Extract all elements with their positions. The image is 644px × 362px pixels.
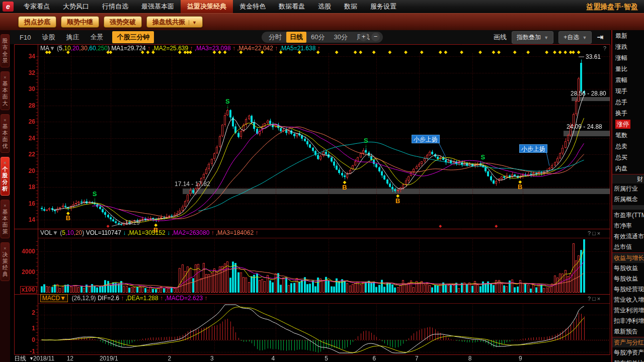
- chevron-down-icon: ▼: [544, 35, 548, 40]
- period-tab-2[interactable]: 60分: [306, 33, 329, 42]
- ma-indicator-header[interactable]: MA▼ (5,10,20,30,60,250) MA1=29.724 ↑ ,MA…: [40, 45, 320, 52]
- strategy-button-2[interactable]: 强势突破: [104, 16, 142, 28]
- period-tab-1[interactable]: 日线: [286, 32, 306, 43]
- menu-item-9[interactable]: 服务设置: [364, 0, 403, 13]
- close-icon[interactable]: ×: [1, 160, 9, 165]
- sidebar-tab-4[interactable]: ×基本面策: [1, 200, 10, 238]
- fund-field-18[interactable]: 股东权益比: [612, 358, 644, 362]
- fund-field-13[interactable]: 营业利润增长: [612, 305, 644, 316]
- indicator-segment: MA: [40, 45, 49, 52]
- chevron-down-icon[interactable]: ▼: [189, 20, 197, 25]
- quote-field-3[interactable]: 量比: [612, 63, 644, 74]
- quote-field-2[interactable]: 涨幅: [612, 52, 644, 63]
- sidebar-tab-0[interactable]: 股市全景: [1, 34, 10, 67]
- fund-field-9[interactable]: 每股收益: [612, 263, 644, 274]
- tab-label-char: 决: [1, 251, 9, 258]
- quote-field-8[interactable]: 涨停: [612, 119, 644, 130]
- zoom-controls: + −: [359, 33, 380, 41]
- help-icon[interactable]: ?: [588, 296, 592, 302]
- fund-field-4[interactable]: 市盈率(TTM): [612, 210, 644, 221]
- volume-indicator-header[interactable]: VOL▼ (5,10,20) VOL=110747 ↓ ,MA1=305152 …: [40, 229, 258, 236]
- period-tab-0[interactable]: 分时: [264, 33, 286, 42]
- menu-item-3[interactable]: 最强基本面: [135, 0, 181, 13]
- close-icon[interactable]: ×: [1, 75, 9, 80]
- sidebar-tab-3[interactable]: ×个股分析: [1, 157, 10, 196]
- fund-field-17[interactable]: 每股净资产: [612, 347, 644, 358]
- maximize-icon[interactable]: □: [592, 230, 597, 236]
- quote-field-0[interactable]: 最新: [612, 30, 644, 41]
- view-tab-3[interactable]: 全景: [85, 33, 109, 42]
- fund-field-14[interactable]: 扣非净利增: [612, 316, 644, 326]
- quote-field-1[interactable]: 涨跌: [612, 41, 644, 52]
- tab-label-char: 典: [1, 271, 9, 278]
- fund-field-11[interactable]: 每股经营现金: [612, 284, 644, 295]
- fund-field-6[interactable]: 有效流通市值: [612, 231, 644, 242]
- draw-line-button[interactable]: 画线: [494, 33, 507, 42]
- indicator-segment: ,MA4=22.042: [235, 45, 273, 52]
- volume-pane-icons[interactable]: ?□×: [588, 230, 602, 236]
- quote-field-12[interactable]: 内盘: [612, 163, 644, 174]
- menu-item-5[interactable]: 黄金特色: [233, 0, 272, 13]
- strategy-split-button[interactable]: 操盘线共振▼: [146, 16, 203, 28]
- indicator-segment: ,MA1=305152: [126, 229, 165, 236]
- quote-field-6[interactable]: 总手: [612, 97, 644, 108]
- zoom-out-button[interactable]: −: [371, 33, 380, 41]
- close-icon[interactable]: ×: [597, 296, 602, 302]
- fund-field-15[interactable]: 最新预告: [612, 326, 644, 337]
- fund-field-12[interactable]: 营业收入增长: [612, 295, 644, 305]
- close-icon[interactable]: ×: [597, 230, 602, 236]
- collapse-panel-icon[interactable]: ⇥: [597, 33, 603, 42]
- fund-field-5[interactable]: 市净率: [612, 221, 644, 231]
- menu-item-1[interactable]: 大势风口: [56, 0, 96, 13]
- zoom-in-button[interactable]: +: [359, 33, 368, 41]
- tab-label-char: 本: [1, 130, 9, 136]
- menu-item-2[interactable]: 行情自选: [96, 0, 135, 13]
- view-tab-4[interactable]: 个股三分钟: [112, 31, 154, 43]
- macd-pane-icons[interactable]: ?□×: [588, 296, 602, 302]
- sidebar-tab-5[interactable]: ×决策经典: [1, 242, 10, 281]
- menu-item-8[interactable]: 数据: [338, 0, 364, 13]
- quote-field-11[interactable]: 总买: [612, 152, 644, 163]
- close-icon[interactable]: ×: [1, 118, 9, 123]
- tab-label-char: 市: [1, 44, 9, 51]
- strategy-button-0[interactable]: 拐点抄底: [18, 16, 56, 28]
- indicator-segment: ,MA2=25.639: [150, 45, 188, 52]
- tab-label-char: 景: [1, 57, 9, 64]
- view-tab-1[interactable]: 诊股: [36, 33, 60, 42]
- strategy-button-1[interactable]: 顺势中继: [61, 16, 99, 28]
- sidebar-tab-2[interactable]: ×基本面优: [1, 114, 10, 153]
- app-logo-icon[interactable]: e: [3, 2, 14, 12]
- menu-item-7[interactable]: 选股: [311, 0, 338, 13]
- limit-up-badge: 涨停: [615, 120, 630, 129]
- fund-field-1[interactable]: 所属行业: [612, 184, 644, 194]
- quote-field-9[interactable]: 笔数: [612, 130, 644, 141]
- fund-field-10[interactable]: 每股收益: [612, 274, 644, 284]
- quote-field-5[interactable]: 现手: [612, 85, 644, 97]
- fund-field-7[interactable]: 总市值: [612, 242, 644, 252]
- menu-item-4[interactable]: 益盟决策经典: [181, 0, 233, 13]
- chart-canvas[interactable]: [10, 44, 610, 362]
- help-icon[interactable]: ?: [588, 230, 592, 236]
- menu-item-0[interactable]: 专家看点: [17, 0, 56, 13]
- panel-divider: 财: [612, 174, 644, 184]
- sidebar-tab-1[interactable]: ×基本面大: [1, 71, 10, 110]
- menu-item-6[interactable]: 数据看盘: [272, 0, 311, 13]
- quote-field-7[interactable]: 换手: [612, 108, 644, 119]
- quote-field-4[interactable]: 震幅: [612, 74, 644, 85]
- maximize-icon[interactable]: □: [592, 296, 597, 302]
- add-watchlist-dropdown[interactable]: +自选 ▼: [558, 31, 592, 44]
- index-overlay-dropdown[interactable]: 指数叠加 ▼: [512, 31, 553, 44]
- tab-label-char: 基: [1, 80, 9, 87]
- quote-field-10[interactable]: 总卖: [612, 141, 644, 152]
- view-tab-0[interactable]: F10: [14, 34, 36, 41]
- period-tab-3[interactable]: 30分: [329, 33, 352, 42]
- tab-label-char: 优: [1, 143, 9, 149]
- indicator-name-box[interactable]: MACD▼: [40, 294, 68, 302]
- view-tab-2[interactable]: 擒庄: [60, 33, 85, 42]
- close-icon[interactable]: ×: [1, 246, 9, 251]
- close-icon[interactable]: ×: [1, 203, 9, 208]
- help-icon[interactable]: ?: [603, 45, 608, 51]
- fund-field-2[interactable]: 所属概念: [612, 194, 644, 205]
- macd-indicator-header[interactable]: MACD▼ (26,12,9) DIF=2.6 ↑ ,DEA=1.288 ↑ ,…: [40, 295, 207, 302]
- brand-title: 益盟操盘手·智盈: [586, 0, 644, 13]
